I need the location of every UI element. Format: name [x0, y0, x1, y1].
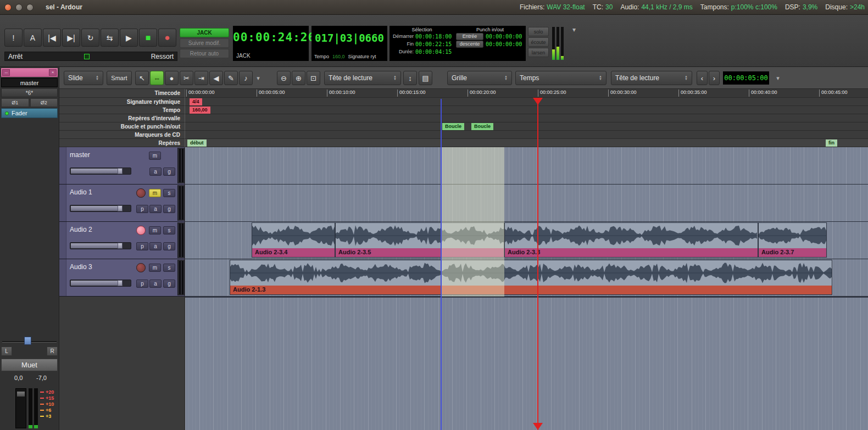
smart-mode-toggle[interactable]: Smart [107, 71, 132, 85]
edit-point-select[interactable]: Tête de lecture ▲▼ [611, 71, 692, 85]
track-grip[interactable] [59, 259, 66, 296]
track-mute-button[interactable]: m [149, 264, 161, 272]
snap-mode-select[interactable]: Grille ▲▼ [447, 71, 512, 85]
follow-edits-button[interactable]: Suivre modif. [180, 38, 229, 48]
track-solo-button[interactable]: s [163, 264, 175, 272]
punch-in-button[interactable]: Entrée [456, 33, 483, 40]
metering-point-button[interactable]: Fader [1, 108, 58, 118]
track-gain-slider[interactable] [70, 205, 131, 212]
peak-display[interactable]: -7,0 [36, 375, 47, 381]
secondary-clock[interactable]: 017|03|0660 Tempo 160,0 Signature ryt [311, 26, 387, 61]
track-grip[interactable] [59, 185, 66, 221]
go-to-end-button[interactable]: ▶| [62, 29, 80, 47]
timecode-tick[interactable]: 00:00:05:00 [257, 90, 285, 97]
selection-start-clock[interactable]: 00:00:18:00 [415, 33, 452, 40]
mute-button[interactable]: Muet [1, 359, 58, 371]
pan-right-button[interactable]: R [47, 347, 58, 356]
nudge-clock[interactable]: 00:00:05:00 [723, 71, 769, 85]
play-range-button[interactable]: ⇆ [101, 29, 119, 47]
secondary-clock-digits[interactable]: 017|03|0660 [311, 32, 387, 44]
timecode-tick[interactable]: 00:00:25:00 [538, 90, 566, 97]
track-mute-button[interactable]: m [149, 152, 161, 160]
edit-mode-select[interactable]: Slide ▲▼ [64, 71, 103, 85]
stretch-mode-button[interactable]: ⇥ [194, 71, 208, 85]
track-playlist-button[interactable]: p [136, 242, 148, 250]
track-name[interactable]: Audio 1 [70, 188, 92, 196]
track-lane-audio3[interactable]: Audio 2-1.3 [185, 259, 868, 297]
loop-end-marker[interactable]: Boucle [471, 123, 493, 130]
zoom-in-button[interactable]: ⊕ [292, 71, 305, 85]
minimize-button[interactable] [15, 4, 23, 11]
grid-type-select[interactable]: Temps ▲▼ [515, 71, 607, 85]
location-marker-ruler[interactable]: début fin [185, 139, 868, 147]
track-lane-audio2[interactable]: Audio 2-3.4Audio 2-3.5Audio 2-3.3Audio 2… [185, 222, 868, 259]
gain-fader-handle[interactable] [17, 392, 25, 397]
audio-region[interactable]: Audio 2-3.5 [335, 222, 504, 258]
zoom-out-button[interactable]: ⊖ [277, 71, 291, 85]
punch-out-button[interactable]: descente [456, 41, 483, 48]
close-icon[interactable]: × [49, 69, 57, 76]
selection-end-clock[interactable]: 00:00:22:15 [415, 41, 452, 47]
track-name[interactable]: Audio 2 [70, 226, 92, 233]
mixer-strip-header[interactable]: ↔ × [1, 68, 58, 77]
gain-fader[interactable] [15, 388, 26, 428]
nudge-back-button[interactable]: ‹ [697, 71, 708, 85]
audio-region[interactable]: Audio 2-3.4 [252, 222, 335, 258]
track-header-audio1[interactable]: Audio 1 m s p a g [59, 185, 185, 222]
auto-return-button[interactable]: Retour auto [180, 49, 229, 58]
meter-ruler[interactable]: 4/4 [185, 98, 868, 106]
timecode-tick[interactable]: 00:00:20:00 [468, 90, 496, 97]
loop-start-marker[interactable]: Boucle [442, 123, 464, 130]
track-gain-slider[interactable] [70, 280, 131, 287]
loop-punch-ruler[interactable]: Boucle Boucle [185, 122, 868, 131]
tempo-ruler[interactable]: 160,00 [185, 106, 868, 114]
record-arm-button[interactable] [136, 226, 146, 235]
tempo-marker[interactable]: 160,00 [190, 107, 210, 114]
expand-tracks-button[interactable]: ▤ [419, 71, 432, 85]
pencil-mode-button[interactable]: ✎ [224, 71, 238, 85]
phase-invert-1-button[interactable]: Ø1 [1, 98, 29, 107]
gain-display[interactable]: 0,0 [14, 375, 23, 381]
record-arm-button[interactable] [136, 188, 146, 198]
jack-sync-button[interactable]: JACK [180, 28, 229, 37]
track-automation-button[interactable]: a [149, 167, 162, 176]
toolbar-chevron-down-icon[interactable]: ▾ [774, 71, 782, 85]
timecode-tick[interactable]: 00:00:00:00 [186, 90, 215, 97]
track-header-audio3[interactable]: Audio 3 m s p a g [59, 259, 185, 297]
selection-duration-clock[interactable]: 00:00:04:15 [415, 49, 452, 55]
nudge-forward-button[interactable]: › [709, 71, 720, 85]
cut-mode-button[interactable]: ✂ [180, 71, 193, 85]
track-automation-button[interactable]: a [149, 280, 162, 288]
audio-region[interactable]: Audio 2-3.3 [504, 222, 758, 258]
timecode-tick[interactable]: 00:00:40:00 [749, 90, 777, 97]
solo-button[interactable]: solo [528, 27, 549, 36]
track-group-button[interactable]: g [163, 280, 175, 288]
track-gain-slider[interactable] [70, 242, 131, 249]
session-start-marker[interactable]: début [187, 139, 207, 147]
timecode-tick[interactable]: 00:00:35:00 [678, 90, 707, 97]
track-gain-slider[interactable] [70, 167, 131, 175]
track-mute-button[interactable]: m [149, 189, 161, 197]
play-button[interactable]: ▶ [120, 29, 138, 47]
note-mode-button[interactable]: ♪ [239, 71, 253, 85]
phase-invert-2-button[interactable]: Ø2 [30, 98, 58, 107]
timecode-tick[interactable]: 00:00:45:00 [819, 90, 848, 97]
mouse-mode-chevron-down-icon[interactable]: ▾ [254, 71, 263, 85]
strip-name-button[interactable]: master [1, 78, 58, 87]
record-button[interactable]: ● [158, 29, 176, 47]
close-button[interactable] [4, 4, 12, 11]
timecode-tick[interactable]: 00:00:10:00 [327, 90, 355, 97]
zoom-focus-select[interactable]: Tête de lecture ▲▼ [324, 71, 401, 85]
track-solo-button[interactable]: s [163, 189, 175, 197]
pan-slider-handle[interactable] [24, 337, 31, 345]
track-automation-button[interactable]: a [149, 205, 162, 213]
track-header-master[interactable]: master m a g [59, 147, 185, 185]
cd-marker-ruler[interactable] [185, 131, 868, 139]
track-header-audio2[interactable]: Audio 2 m s p a g [59, 222, 185, 259]
zoom-fit-button[interactable]: ⊡ [307, 71, 320, 85]
punch-out-clock[interactable]: 00:00:00:00 [486, 41, 522, 47]
range-ruler[interactable] [185, 114, 868, 122]
shrink-tracks-button[interactable]: ↕ [403, 71, 417, 85]
timecode-tick[interactable]: 00:00:15:00 [397, 90, 426, 97]
primary-clock-digits[interactable]: 00:00:24:26 [233, 31, 309, 44]
